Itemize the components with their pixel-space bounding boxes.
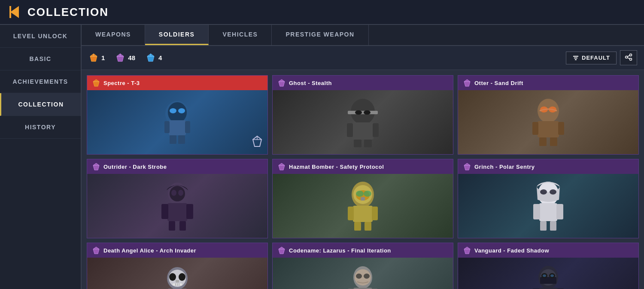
card-outrider-dark-strobe[interactable]: Outrider - Dark Strobe <box>87 159 268 238</box>
card-title: Vanguard - Faded Shadow <box>474 247 549 254</box>
sort-button[interactable]: DEFAULT <box>566 52 617 64</box>
svg-marker-44 <box>464 79 470 86</box>
svg-rect-110 <box>353 288 372 289</box>
svg-rect-119 <box>540 277 556 284</box>
card-death-angel-alice[interactable]: Death Angel Alice - Arch Invader <box>87 243 268 289</box>
card-header: Codename: Lazarus - Final Iteration <box>273 243 453 258</box>
svg-rect-60 <box>167 203 187 221</box>
svg-rect-51 <box>558 122 564 135</box>
orange-gem-icon <box>88 53 99 63</box>
svg-rect-29 <box>178 135 185 144</box>
card-codename-lazarus[interactable]: Codename: Lazarus - Final Iteration <box>272 243 453 289</box>
svg-rect-77 <box>365 222 371 231</box>
char-spectre-svg <box>152 94 203 150</box>
card-ghost-stealth[interactable]: Ghost - Stealth <box>272 75 453 155</box>
svg-marker-54 <box>93 163 99 170</box>
stat-orange-gem: 1 <box>88 53 105 63</box>
stat-orange-value: 1 <box>101 54 105 61</box>
card-title: Hazmat Bomber - Safety Protocol <box>289 164 384 170</box>
card-gem-icon <box>463 79 471 87</box>
card-body <box>273 174 453 238</box>
card-title: Grinch - Polar Sentry <box>474 164 535 170</box>
svg-rect-62 <box>186 204 193 219</box>
char-outrider-svg <box>154 178 201 234</box>
card-gem-icon <box>278 79 286 87</box>
svg-rect-13 <box>575 59 577 60</box>
card-spectre-t3[interactable]: Spectre - T-3 <box>87 75 268 155</box>
header: COLLECTION <box>0 0 644 25</box>
svg-rect-40 <box>347 123 353 137</box>
stat-purple-value: 48 <box>128 54 135 61</box>
svg-rect-11 <box>573 56 578 57</box>
svg-rect-75 <box>372 207 378 220</box>
card-body <box>273 90 453 154</box>
svg-rect-28 <box>170 135 176 144</box>
sidebar-item-collection[interactable]: COLLECTION <box>0 93 81 116</box>
back-icon[interactable] <box>7 4 22 20</box>
svg-rect-64 <box>179 221 186 231</box>
svg-rect-49 <box>538 121 559 137</box>
svg-point-58 <box>171 190 176 196</box>
svg-marker-33 <box>279 79 285 86</box>
sidebar-item-history[interactable]: HISTORY <box>0 116 81 139</box>
stats-right: DEFAULT <box>566 50 637 65</box>
main-layout: LEVEL UNLOCK BASIC ACHIEVEMENTS COLLECTI… <box>0 25 644 289</box>
svg-rect-72 <box>361 197 365 201</box>
card-gem-icon <box>278 163 286 170</box>
svg-marker-78 <box>464 163 470 170</box>
svg-point-93 <box>179 273 185 281</box>
card-body <box>273 258 453 289</box>
card-gem-icon <box>92 246 100 254</box>
grid-container: Spectre - T-3 <box>82 70 644 289</box>
stat-purple-gem: 48 <box>115 53 135 63</box>
card-header: Outrider - Dark Strobe <box>87 159 267 174</box>
svg-point-59 <box>178 190 183 196</box>
card-title: Outrider - Dark Strobe <box>103 164 167 170</box>
char-ghost-svg <box>339 94 386 150</box>
card-title: Spectre - T-3 <box>103 80 140 86</box>
card-gem-icon <box>278 246 286 254</box>
card-grinch-polar-sentry[interactable]: Grinch - Polar Sentry <box>458 159 639 238</box>
svg-point-92 <box>169 273 176 281</box>
svg-rect-43 <box>364 140 372 147</box>
card-header: Vanguard - Faded Shadow <box>458 243 638 258</box>
char-grinch-svg <box>525 178 572 234</box>
card-otter-sand-drift[interactable]: Otter - Sand Drift <box>458 75 639 155</box>
card-body <box>87 174 267 238</box>
svg-rect-41 <box>373 123 379 137</box>
svg-point-71 <box>364 191 371 197</box>
cards-grid: Spectre - T-3 <box>87 75 639 289</box>
sidebar-item-level-unlock[interactable]: LEVEL UNLOCK <box>0 25 81 48</box>
sidebar-item-basic[interactable]: BASIC <box>0 48 81 70</box>
tab-soldiers[interactable]: SOLDIERS <box>145 25 209 45</box>
svg-marker-88 <box>93 247 99 254</box>
card-gem-icon <box>92 79 100 87</box>
char-lazarus-svg <box>339 262 386 289</box>
svg-marker-65 <box>279 163 285 170</box>
tab-prestige-weapon[interactable]: PRESTIGE WEAPON <box>272 25 368 45</box>
sidebar-item-achievements[interactable]: ACHIEVEMENTS <box>0 70 81 93</box>
card-body <box>458 258 638 289</box>
card-vanguard-faded-shadow[interactable]: Vanguard - Faded Shadow <box>458 243 639 289</box>
svg-rect-1 <box>9 6 11 18</box>
tab-weapons[interactable]: WEAPONS <box>82 25 145 45</box>
card-badge <box>250 135 264 151</box>
svg-rect-52 <box>539 137 547 146</box>
stat-blue-value: 4 <box>158 54 162 61</box>
svg-point-24 <box>178 108 185 113</box>
card-body <box>458 174 638 238</box>
svg-point-81 <box>540 189 547 195</box>
svg-rect-27 <box>185 121 190 133</box>
svg-marker-115 <box>464 247 470 254</box>
svg-marker-104 <box>279 247 285 254</box>
card-gem-icon <box>463 163 471 170</box>
card-body <box>87 258 267 289</box>
svg-rect-26 <box>164 121 170 133</box>
tab-vehicles[interactable]: VEHICLES <box>209 25 272 45</box>
share-button[interactable] <box>620 50 637 65</box>
svg-rect-50 <box>532 122 538 135</box>
card-hazmat-bomber[interactable]: Hazmat Bomber - Safety Protocol <box>272 159 453 238</box>
card-header: Death Angel Alice - Arch Invader <box>87 243 267 258</box>
svg-rect-36 <box>348 111 378 114</box>
svg-rect-124 <box>539 288 558 289</box>
